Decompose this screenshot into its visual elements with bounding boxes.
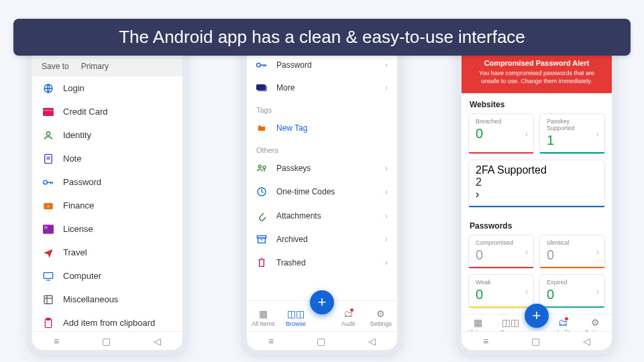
svg-rect-21: [46, 318, 50, 320]
item-type-password[interactable]: Password: [32, 170, 182, 194]
browse-row-password[interactable]: Password›: [247, 54, 397, 76]
chevron-right-icon: ›: [385, 83, 388, 93]
others-row-passkeys[interactable]: Passkeys›: [247, 157, 397, 180]
card-2fa-supported[interactable]: 2FA Supported 2 ›: [468, 160, 605, 208]
note-icon: [43, 154, 54, 164]
computer-icon: [43, 271, 54, 282]
passkey-icon: [256, 164, 267, 173]
tab-settings[interactable]: ⚙Settings: [364, 306, 397, 327]
tab-browse[interactable]: ◫◫Browse: [280, 306, 313, 327]
chevron-right-icon: ›: [385, 164, 388, 173]
compromised-alert[interactable]: Compromised Password Alert You have comp…: [462, 54, 612, 93]
nav-back-icon[interactable]: ◁: [583, 336, 590, 347]
svg-point-3: [46, 131, 50, 135]
bottom-tabbar: + ▦All Items ◫◫Browse 🗂Audit ⚙Settings: [247, 300, 397, 331]
card-passkey-supported[interactable]: Passkey Supported1›: [539, 113, 605, 154]
android-navbar: ≡ ▢ ◁: [462, 331, 612, 350]
item-type-license[interactable]: License: [32, 217, 182, 241]
item-type-finance[interactable]: Finance: [32, 194, 182, 217]
phone-audit: Search Compromised Password Alert You ha…: [456, 27, 617, 355]
item-label: Login: [63, 83, 85, 93]
item-label: Add item from clipboard: [63, 318, 155, 328]
svg-point-12: [47, 204, 50, 207]
item-label: Note: [63, 154, 81, 164]
archive-icon: [256, 235, 267, 244]
item-type-miscellaneous[interactable]: Miscellaneous: [32, 288, 182, 311]
item-type-login[interactable]: Login: [32, 76, 182, 100]
card-bar: [540, 306, 604, 308]
alert-body: You have compromised passwords that are …: [471, 70, 602, 85]
nav-back-icon[interactable]: ◁: [368, 336, 376, 347]
row-label: Password: [276, 60, 312, 70]
tab-all-items[interactable]: ▦All Items: [462, 314, 494, 331]
chevron-right-icon: ›: [385, 235, 388, 244]
nav-home-icon[interactable]: ▢: [317, 336, 325, 347]
card-title: Expired: [547, 279, 598, 286]
nav-recent-icon[interactable]: ≡: [483, 336, 488, 347]
card-icon: [43, 107, 54, 117]
key-icon: [43, 177, 54, 188]
card-weak[interactable]: Weak0›: [468, 274, 534, 308]
others-row-one-time-codes[interactable]: One-time Codes›: [247, 180, 397, 204]
tab-settings[interactable]: ⚙Settings: [579, 314, 612, 331]
svg-point-24: [257, 63, 261, 67]
card-title: Breached: [476, 118, 527, 125]
card-identical[interactable]: Identical0›: [539, 235, 605, 269]
tab-browse[interactable]: ◫◫Browse: [494, 314, 527, 331]
card-bar: [469, 206, 604, 207]
row-label: More: [276, 83, 294, 93]
item-label: Identity: [63, 130, 91, 140]
chevron-right-icon: ›: [525, 287, 528, 296]
card-title: 2FA Supported: [476, 164, 598, 176]
item-type-add-item-from-clipboard[interactable]: Add item from clipboard: [32, 311, 182, 331]
card-bar: [469, 267, 533, 268]
item-type-note[interactable]: Note: [32, 147, 182, 170]
card-bar: [540, 152, 604, 154]
tab-all-items[interactable]: ▦All Items: [247, 306, 280, 327]
new-tag-label: New Tag: [276, 123, 307, 133]
item-type-computer[interactable]: Computer: [32, 264, 182, 288]
travel-icon: [43, 247, 54, 258]
item-type-travel[interactable]: Travel: [32, 241, 182, 264]
nav-back-icon[interactable]: ◁: [154, 336, 161, 347]
card-bar: [540, 267, 604, 268]
card-value: 0: [547, 247, 598, 263]
others-row-trashed[interactable]: Trashed›: [247, 251, 397, 275]
nav-home-icon[interactable]: ▢: [102, 336, 111, 347]
others-row-archived[interactable]: Archived›: [247, 228, 397, 251]
card-compromised[interactable]: Compromised0›: [468, 235, 534, 269]
item-label: License: [63, 224, 93, 234]
bottom-tabbar: + ▦All Items ◫◫Browse 🗂Audit ⚙Settings: [462, 314, 612, 331]
phone-browse: Search Password›More› Tags New Tag Other…: [241, 27, 402, 355]
card-expired[interactable]: Expired0›: [539, 274, 605, 308]
item-type-credit-card[interactable]: Credit Card: [32, 100, 182, 123]
save-to-row[interactable]: Save to Primary: [32, 56, 182, 76]
item-label: Finance: [63, 200, 94, 210]
others-row-attachments[interactable]: Attachments›: [247, 204, 397, 228]
card-breached[interactable]: Breached0›: [468, 113, 534, 154]
item-label: Credit Card: [63, 107, 107, 117]
nav-recent-icon[interactable]: ≡: [268, 336, 274, 347]
save-to-label: Save to: [42, 62, 69, 71]
svg-rect-29: [258, 86, 267, 92]
svg-point-7: [44, 180, 48, 184]
item-type-list: LoginCredit CardIdentityNotePasswordFina…: [32, 76, 182, 331]
card-bar: [469, 306, 533, 308]
svg-line-35: [262, 192, 264, 192]
card-value: 2: [476, 176, 598, 188]
svg-rect-2: [43, 109, 54, 111]
item-type-identity[interactable]: Identity: [32, 123, 182, 147]
gear-icon: ⚙: [376, 308, 385, 319]
browse-row-more[interactable]: More›: [247, 76, 397, 99]
browse-icon: ◫◫: [287, 308, 305, 319]
tab-audit[interactable]: 🗂Audit: [332, 306, 365, 327]
tab-audit[interactable]: 🗂Audit: [547, 314, 580, 331]
chevron-right-icon: ›: [385, 60, 388, 70]
fab-add-button[interactable]: +: [310, 290, 334, 314]
svg-point-31: [263, 166, 266, 169]
more-icon: [256, 84, 267, 92]
nav-home-icon[interactable]: ▢: [531, 336, 540, 347]
new-tag-row[interactable]: New Tag: [247, 117, 397, 139]
nav-recent-icon[interactable]: ≡: [54, 336, 59, 347]
row-label: Attachments: [276, 211, 321, 221]
